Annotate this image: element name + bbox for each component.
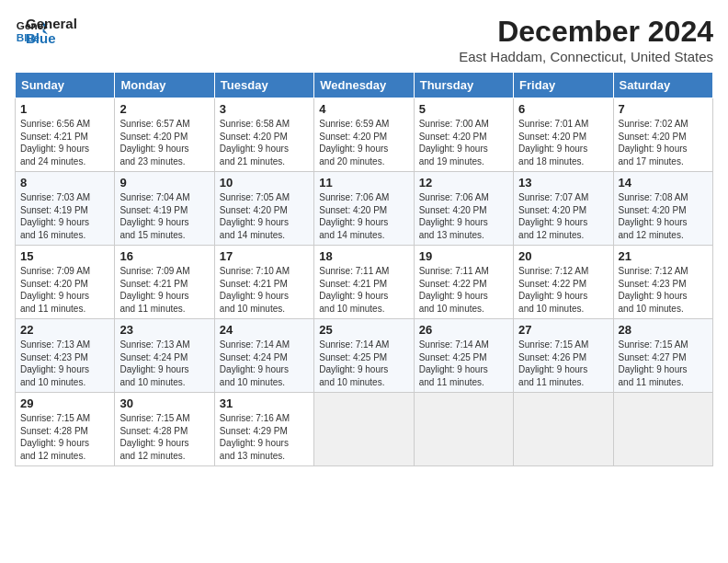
calendar-cell: 17Sunrise: 7:10 AM Sunset: 4:21 PM Dayli… <box>214 246 313 319</box>
day-number: 3 <box>220 102 309 116</box>
day-number: 31 <box>220 396 309 410</box>
day-number: 14 <box>619 176 708 190</box>
day-info: Sunrise: 7:01 AM Sunset: 4:20 PM Dayligh… <box>518 118 608 167</box>
col-header-wednesday: Wednesday <box>314 73 414 98</box>
day-info: Sunrise: 7:12 AM Sunset: 4:22 PM Dayligh… <box>518 265 608 315</box>
calendar-cell: 16Sunrise: 7:09 AM Sunset: 4:21 PM Dayli… <box>115 246 214 319</box>
day-info: Sunrise: 7:09 AM Sunset: 4:21 PM Dayligh… <box>119 265 209 315</box>
calendar-cell: 2Sunrise: 6:57 AM Sunset: 4:20 PM Daylig… <box>115 98 214 172</box>
col-header-sunday: Sunday <box>16 73 115 98</box>
day-info: Sunrise: 7:16 AM Sunset: 4:29 PM Dayligh… <box>220 412 309 462</box>
day-info: Sunrise: 7:13 AM Sunset: 4:23 PM Dayligh… <box>20 339 109 388</box>
col-header-monday: Monday <box>115 73 214 98</box>
calendar-cell: 10Sunrise: 7:05 AM Sunset: 4:20 PM Dayli… <box>214 172 313 246</box>
day-number: 7 <box>619 102 708 116</box>
day-info: Sunrise: 7:15 AM Sunset: 4:26 PM Dayligh… <box>518 339 608 388</box>
day-number: 8 <box>20 176 109 190</box>
day-info: Sunrise: 6:57 AM Sunset: 4:20 PM Dayligh… <box>119 118 209 167</box>
calendar-cell: 5Sunrise: 7:00 AM Sunset: 4:20 PM Daylig… <box>414 98 513 172</box>
calendar-body: 1Sunrise: 6:56 AM Sunset: 4:21 PM Daylig… <box>16 98 713 466</box>
day-number: 29 <box>20 396 109 410</box>
day-number: 23 <box>119 323 209 337</box>
calendar-cell: 14Sunrise: 7:08 AM Sunset: 4:20 PM Dayli… <box>613 172 712 246</box>
day-info: Sunrise: 7:09 AM Sunset: 4:20 PM Dayligh… <box>20 265 109 315</box>
day-info: Sunrise: 7:11 AM Sunset: 4:21 PM Dayligh… <box>319 265 408 315</box>
day-info: Sunrise: 7:08 AM Sunset: 4:20 PM Dayligh… <box>619 191 708 241</box>
day-number: 19 <box>419 249 508 263</box>
day-info: Sunrise: 7:06 AM Sunset: 4:20 PM Dayligh… <box>319 191 408 241</box>
calendar-week-4: 22Sunrise: 7:13 AM Sunset: 4:23 PM Dayli… <box>16 319 713 393</box>
calendar-cell <box>613 393 712 466</box>
calendar-week-1: 1Sunrise: 6:56 AM Sunset: 4:21 PM Daylig… <box>16 98 713 172</box>
day-info: Sunrise: 7:15 AM Sunset: 4:28 PM Dayligh… <box>119 412 209 462</box>
calendar-cell: 21Sunrise: 7:12 AM Sunset: 4:23 PM Dayli… <box>613 246 712 319</box>
title-block: December 2024 East Haddam, Connecticut, … <box>459 15 713 64</box>
day-info: Sunrise: 7:14 AM Sunset: 4:24 PM Dayligh… <box>220 339 309 388</box>
calendar-cell: 7Sunrise: 7:02 AM Sunset: 4:20 PM Daylig… <box>613 98 712 172</box>
calendar-cell: 18Sunrise: 7:11 AM Sunset: 4:21 PM Dayli… <box>314 246 414 319</box>
day-number: 15 <box>20 249 109 263</box>
logo-line1: General <box>26 17 77 32</box>
calendar-cell: 9Sunrise: 7:04 AM Sunset: 4:19 PM Daylig… <box>115 172 214 246</box>
calendar-cell: 1Sunrise: 6:56 AM Sunset: 4:21 PM Daylig… <box>16 98 115 172</box>
day-number: 24 <box>220 323 309 337</box>
day-info: Sunrise: 7:00 AM Sunset: 4:20 PM Dayligh… <box>419 118 508 167</box>
calendar-cell: 31Sunrise: 7:16 AM Sunset: 4:29 PM Dayli… <box>214 393 313 466</box>
day-number: 5 <box>419 102 508 116</box>
day-info: Sunrise: 6:58 AM Sunset: 4:20 PM Dayligh… <box>220 118 309 167</box>
calendar-cell: 12Sunrise: 7:06 AM Sunset: 4:20 PM Dayli… <box>414 172 513 246</box>
day-number: 2 <box>119 102 209 116</box>
day-info: Sunrise: 7:14 AM Sunset: 4:25 PM Dayligh… <box>319 339 408 388</box>
day-info: Sunrise: 7:05 AM Sunset: 4:20 PM Dayligh… <box>220 191 309 241</box>
col-header-saturday: Saturday <box>613 73 712 98</box>
day-info: Sunrise: 7:03 AM Sunset: 4:19 PM Dayligh… <box>20 191 109 241</box>
calendar-table: SundayMondayTuesdayWednesdayThursdayFrid… <box>15 72 713 466</box>
calendar-header-row: SundayMondayTuesdayWednesdayThursdayFrid… <box>16 73 713 98</box>
calendar-cell: 24Sunrise: 7:14 AM Sunset: 4:24 PM Dayli… <box>214 319 313 393</box>
logo-line2: Blue <box>26 31 77 47</box>
day-info: Sunrise: 7:13 AM Sunset: 4:24 PM Dayligh… <box>119 339 209 388</box>
day-number: 16 <box>119 249 209 263</box>
day-number: 1 <box>20 102 109 116</box>
calendar-cell <box>414 393 513 466</box>
day-info: Sunrise: 7:11 AM Sunset: 4:22 PM Dayligh… <box>419 265 508 315</box>
day-number: 22 <box>20 323 109 337</box>
day-info: Sunrise: 7:15 AM Sunset: 4:27 PM Dayligh… <box>619 339 708 388</box>
day-number: 12 <box>419 176 508 190</box>
day-number: 10 <box>220 176 309 190</box>
day-info: Sunrise: 7:04 AM Sunset: 4:19 PM Dayligh… <box>119 191 209 241</box>
day-number: 11 <box>319 176 408 190</box>
col-header-friday: Friday <box>514 73 613 98</box>
day-info: Sunrise: 7:15 AM Sunset: 4:28 PM Dayligh… <box>20 412 109 462</box>
calendar-cell: 19Sunrise: 7:11 AM Sunset: 4:22 PM Dayli… <box>414 246 513 319</box>
calendar-cell: 29Sunrise: 7:15 AM Sunset: 4:28 PM Dayli… <box>16 393 115 466</box>
calendar-cell: 26Sunrise: 7:14 AM Sunset: 4:25 PM Dayli… <box>414 319 513 393</box>
day-info: Sunrise: 7:14 AM Sunset: 4:25 PM Dayligh… <box>419 339 508 388</box>
calendar-cell: 30Sunrise: 7:15 AM Sunset: 4:28 PM Dayli… <box>115 393 214 466</box>
calendar-cell: 8Sunrise: 7:03 AM Sunset: 4:19 PM Daylig… <box>16 172 115 246</box>
subtitle: East Haddam, Connecticut, United States <box>459 49 713 64</box>
calendar-cell: 22Sunrise: 7:13 AM Sunset: 4:23 PM Dayli… <box>16 319 115 393</box>
day-number: 17 <box>220 249 309 263</box>
day-number: 18 <box>319 249 408 263</box>
calendar-week-3: 15Sunrise: 7:09 AM Sunset: 4:20 PM Dayli… <box>16 246 713 319</box>
day-info: Sunrise: 7:12 AM Sunset: 4:23 PM Dayligh… <box>619 265 708 315</box>
calendar-cell: 27Sunrise: 7:15 AM Sunset: 4:26 PM Dayli… <box>514 319 613 393</box>
calendar-cell: 11Sunrise: 7:06 AM Sunset: 4:20 PM Dayli… <box>314 172 414 246</box>
day-number: 4 <box>319 102 408 116</box>
calendar-cell: 23Sunrise: 7:13 AM Sunset: 4:24 PM Dayli… <box>115 319 214 393</box>
day-number: 25 <box>319 323 408 337</box>
calendar-cell: 28Sunrise: 7:15 AM Sunset: 4:27 PM Dayli… <box>613 319 712 393</box>
day-info: Sunrise: 7:10 AM Sunset: 4:21 PM Dayligh… <box>220 265 309 315</box>
day-number: 20 <box>518 249 608 263</box>
calendar-week-5: 29Sunrise: 7:15 AM Sunset: 4:28 PM Dayli… <box>16 393 713 466</box>
calendar-week-2: 8Sunrise: 7:03 AM Sunset: 4:19 PM Daylig… <box>16 172 713 246</box>
col-header-thursday: Thursday <box>414 73 513 98</box>
day-info: Sunrise: 7:07 AM Sunset: 4:20 PM Dayligh… <box>518 191 608 241</box>
calendar-cell: 25Sunrise: 7:14 AM Sunset: 4:25 PM Dayli… <box>314 319 414 393</box>
page-header: General Blue General Blue December 2024 … <box>15 15 713 64</box>
day-info: Sunrise: 6:59 AM Sunset: 4:20 PM Dayligh… <box>319 118 408 167</box>
day-number: 9 <box>119 176 209 190</box>
day-info: Sunrise: 7:06 AM Sunset: 4:20 PM Dayligh… <box>419 191 508 241</box>
calendar-cell <box>314 393 414 466</box>
